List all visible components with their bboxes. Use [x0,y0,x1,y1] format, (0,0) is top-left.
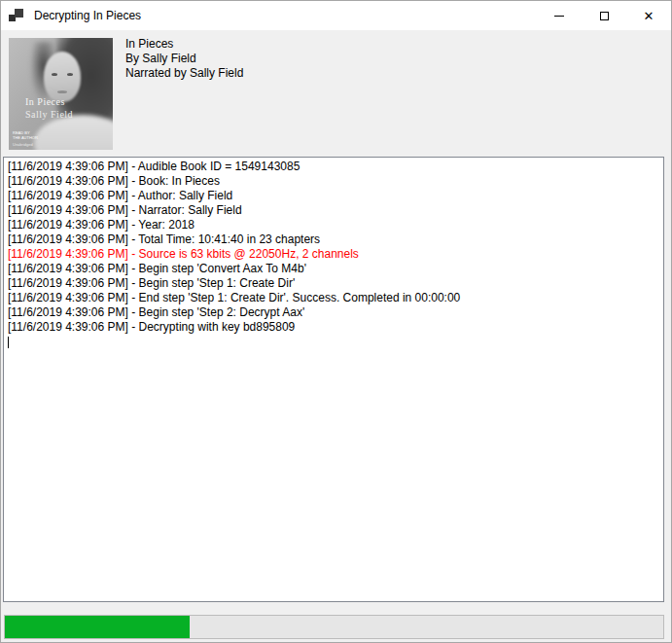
minimize-icon [554,16,564,17]
log-entry: [11/6/2019 4:39:06 PM] - Begin step 'Con… [8,262,661,276]
cover-art-mouth [57,90,67,93]
cover-title-text: In Pieces [25,96,65,107]
app-window: Decrypting In Pieces ✕ In Pieces Sally F… [0,0,672,643]
app-icon-square-big [15,9,23,18]
minimize-button[interactable] [537,1,582,30]
cover-art-eye [52,73,57,76]
cover-art-face [44,52,81,102]
log-entry: [11/6/2019 4:39:06 PM] - Audible Book ID… [8,160,661,174]
log-textbox[interactable]: [11/6/2019 4:39:06 PM] - Audible Book ID… [3,157,664,602]
log-entry: [11/6/2019 4:39:06 PM] - Begin step 'Ste… [8,276,661,291]
cover-badge: READ BY THE AUTHOR [13,130,38,140]
window-controls: ✕ [537,1,671,30]
log-entry: [11/6/2019 4:39:06 PM] - Decrypting with… [8,320,661,335]
titlebar[interactable]: Decrypting In Pieces ✕ [1,1,671,30]
log-entry: [11/6/2019 4:39:06 PM] - Narrator: Sally… [8,203,661,218]
cover-art-shoulder [34,115,113,150]
maximize-button[interactable] [582,1,626,30]
log-entry: [11/6/2019 4:39:06 PM] - Author: Sally F… [8,189,661,203]
log-entry: [11/6/2019 4:39:06 PM] - End step 'Step … [8,291,661,305]
book-narrator-label: Narrated by Sally Field [125,66,243,81]
book-info: In Pieces By Sally Field Narrated by Sal… [125,37,243,81]
maximize-icon [600,12,609,20]
book-title-label: In Pieces [125,37,243,52]
log-entry: [11/6/2019 4:39:06 PM] - Begin step 'Ste… [8,305,661,320]
log-entry: [11/6/2019 4:39:06 PM] - Total Time: 10:… [8,232,661,247]
log-entry: [11/6/2019 4:39:06 PM] - Year: 2018 [8,218,661,232]
log-entry: [11/6/2019 4:39:06 PM] - Source is 63 kb… [8,247,661,262]
close-icon: ✕ [644,10,654,22]
cover-author-text: Sally Field [25,109,73,120]
cover-art-eye [67,73,73,76]
text-caret [8,337,9,348]
log-entry: [11/6/2019 4:39:06 PM] - Book: In Pieces [8,174,661,189]
progress-bar [4,615,664,639]
cover-badge-sub: Unabridged [13,142,33,147]
window-title: Decrypting In Pieces [34,9,141,22]
book-cover-image: In Pieces Sally Field READ BY THE AUTHOR… [9,38,113,150]
client-area: In Pieces Sally Field READ BY THE AUTHOR… [1,30,671,642]
progress-fill [5,616,190,638]
book-author-label: By Sally Field [125,52,243,66]
app-icon [9,8,24,23]
cover-badge-line: THE AUTHOR [13,135,38,140]
close-button[interactable]: ✕ [626,1,671,30]
